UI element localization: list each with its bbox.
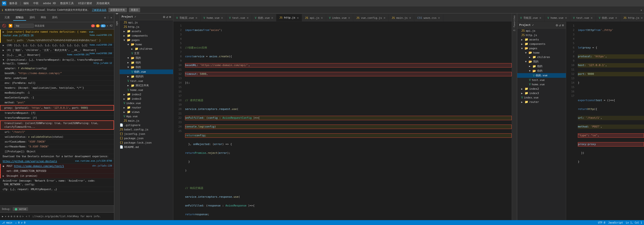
r-tree-item-index-vue[interactable]: V index.vue	[517, 95, 566, 100]
right-tree-collapse-icon[interactable]: ≡	[562, 23, 564, 27]
r-tree-item-wode[interactable]: ▼ 📂 我的	[517, 59, 566, 64]
tree-item-index-vue[interactable]: V index.vue	[120, 101, 173, 105]
r-tree-item-api[interactable]: JS api.js	[517, 28, 566, 33]
tree-item-ceshi[interactable]: ▶ 📁 测试文件夹	[120, 83, 173, 88]
tree-item-app-vue[interactable]: V App.vue	[120, 114, 173, 118]
r-tree-item-http[interactable]: JS http.js	[517, 33, 566, 37]
tree-item-readme[interactable]: 📄 README.md	[120, 145, 173, 149]
toolbar-item[interactable]: 服务器	[8, 1, 19, 5]
tree-item-test-vue[interactable]: V test.vue	[120, 79, 173, 83]
tree-refresh-icon[interactable]: ↺	[166, 15, 168, 19]
toolbar-item[interactable]: UI设计素材	[77, 1, 94, 5]
right-tab-http[interactable]: JS http.js ×	[620, 14, 644, 21]
tree-item-babel[interactable]: JS babel.config.js	[120, 127, 173, 132]
tab-sources[interactable]: 源码	[27, 15, 37, 21]
r-tree-item-components[interactable]: ▶ 📁 components	[517, 42, 566, 46]
right-project-title: Project ✓	[519, 23, 534, 26]
right-tree-refresh-icon[interactable]: ↺	[559, 23, 561, 27]
tree-item-nide-vue[interactable]: V 你的.vue	[120, 69, 173, 74]
r-tree-item-tade[interactable]: ▶ 📁 他的	[517, 64, 566, 68]
file-icon: 📄	[120, 123, 123, 127]
r-tree-item-children[interactable]: ▶ 📁 children	[517, 55, 566, 59]
tab-daohang[interactable]: V 导航页.vue ×	[173, 14, 201, 21]
tab-http-js[interactable]: JS http.js ×	[276, 14, 302, 21]
set-source-btn[interactable]: 设置源文件夹	[108, 8, 127, 12]
clear-console-btn[interactable]: 🚫	[2, 23, 7, 28]
tab-test-vue[interactable]: V test.vue ×	[226, 14, 252, 21]
app-icon: VS	[2, 1, 6, 5]
r-tree-item-pages[interactable]: ▼ 📂 pages	[517, 46, 566, 50]
tree-item-nide-folder[interactable]: ▼ 📂 你的	[120, 65, 173, 69]
right-tab-test[interactable]: V test.vue ×	[570, 14, 596, 21]
tree-item-tade[interactable]: ▶ 📁 他的	[120, 60, 173, 65]
no-show-btn[interactable]: 再显示	[129, 8, 140, 12]
devtools-close-icon[interactable]: ✕	[110, 16, 112, 19]
toolbar-item[interactable]: 其他收藏夹	[95, 1, 111, 5]
tab-api-js[interactable]: JS api.js ×	[302, 14, 326, 21]
warning-text: 检测到有代码源文件类以对于Visual Studio Code中的源文件并同步更…	[5, 8, 90, 12]
status-branch: ⎇ main	[2, 221, 12, 224]
r-tree-item-index2[interactable]: ▶ 📁 index2	[517, 87, 566, 91]
tab-home-vue[interactable]: V home.vue ×	[201, 14, 226, 21]
tree-item-index3[interactable]: ▶ 📁 index3	[120, 97, 173, 101]
tree-collapse-icon[interactable]: ≡	[169, 15, 171, 19]
vue-icon: V	[124, 101, 125, 105]
right-tab-daohang[interactable]: V 导航页.vue ×	[517, 14, 545, 21]
tree-item-tade2[interactable]: ▶ 📁 他的的	[120, 74, 173, 79]
tree-item-main-js[interactable]: JS main.js	[120, 118, 173, 123]
right-tab-nide[interactable]: V 你的.vue ×	[596, 14, 620, 21]
tab-index-vue[interactable]: V index.vue ×	[326, 14, 354, 21]
favorites-tab[interactable]: Z: Favorites	[512, 13, 516, 33]
tab-elements[interactable]: 元素	[2, 15, 12, 21]
tab-main-js[interactable]: JS main.js ×	[389, 14, 414, 21]
toolbar-item[interactable]: 中联	[32, 1, 40, 5]
tree-item-package[interactable]: {} package.json	[120, 136, 173, 140]
tree-item-home[interactable]: ▼ 📂 home	[120, 42, 173, 46]
sidebar-tab-structure[interactable]: 结构	[114, 14, 120, 18]
devtools-settings-icon[interactable]: ⚙	[104, 16, 106, 19]
tree-item-home-vue[interactable]: V home.vue	[120, 88, 173, 92]
tree-item-index2[interactable]: ▶ 📁 index2	[120, 92, 173, 97]
toolbar-item[interactable]: 编辑	[22, 1, 30, 5]
tree-item-wode[interactable]: ▼ 📂 我的	[120, 56, 173, 60]
tree-item-api-js[interactable]: JS api.js	[120, 20, 173, 25]
tab-performance[interactable]: 原码	[50, 15, 60, 21]
warning-link[interactable]: 了解更多信息	[92, 8, 106, 12]
tab-network[interactable]: 网络	[38, 15, 48, 21]
warning-close-icon[interactable]: ✕	[640, 9, 642, 11]
tab-console[interactable]: 控制台	[13, 15, 26, 21]
console-item: ▶ (4) ['我的', 'children', '主页', '剩式文件夹', …	[0, 48, 114, 53]
right-tab-home[interactable]: V home.vue ×	[545, 14, 570, 21]
r-tree-item-home-vue[interactable]: V home.vue	[517, 82, 566, 87]
filter-toggle-btn[interactable]: 🔽	[8, 23, 13, 28]
tree-item-http-js[interactable]: JS http.js	[120, 25, 173, 29]
tree-item-pages[interactable]: ▼ 📂 pages	[120, 38, 173, 42]
filter-input[interactable]: top	[14, 24, 34, 28]
line-numbers: 1234567891011121314151617181920212223242…	[173, 22, 183, 220]
toolbar-item[interactable]: adobe XD	[42, 1, 57, 5]
devtools-more-icon[interactable]: ⋮	[107, 16, 109, 19]
tree-item-children[interactable]: ▶ 📁 children	[120, 46, 173, 51]
r-tree-item-home[interactable]: ▼ 📂 home	[517, 50, 566, 55]
tree-settings-icon[interactable]: ⚙	[163, 15, 165, 19]
r-tree-item-nide[interactable]: ▼ 📂 你的	[517, 68, 566, 73]
tree-item-components[interactable]: ▶ 📁 components	[120, 33, 173, 38]
r-tree-item-router[interactable]: ▶ 📁 router	[517, 100, 566, 104]
r-tree-item-index3[interactable]: ▶ 📁 index3	[517, 91, 566, 95]
tree-item-homepage[interactable]: V 主页	[120, 51, 173, 56]
sidebar-tab-npm[interactable]: npm	[114, 19, 119, 27]
tree-item-jsconfig[interactable]: {} jsconfig.json	[120, 132, 173, 136]
r-tree-item-tade2[interactable]: V test.vue	[517, 78, 566, 82]
tree-item-package-lock[interactable]: {} package-lock.json	[120, 140, 173, 145]
tree-item-assets[interactable]: ▶ 📁 assets	[120, 29, 173, 33]
toolbar-item[interactable]: 数据库工具	[59, 1, 75, 5]
r-tree-item-nide-vue[interactable]: V 你的.vue	[517, 73, 566, 78]
tab-wave-css[interactable]: CSS wave.css ×	[414, 14, 443, 21]
tab-nide-vue[interactable]: V 你的.vue ×	[252, 14, 276, 21]
r-tree-item-assets[interactable]: ▶ 📁 assets	[517, 37, 566, 42]
right-tree-settings-icon[interactable]: ⚙	[556, 23, 558, 27]
tree-item-router[interactable]: ▶ 📁 router	[120, 105, 173, 110]
tab-vue-config[interactable]: JS vue.config.js ×	[353, 14, 389, 21]
tree-item-views[interactable]: ▶ 📁 views	[120, 110, 173, 114]
tree-item-gitignore[interactable]: 📄 .gitignore	[120, 123, 173, 127]
